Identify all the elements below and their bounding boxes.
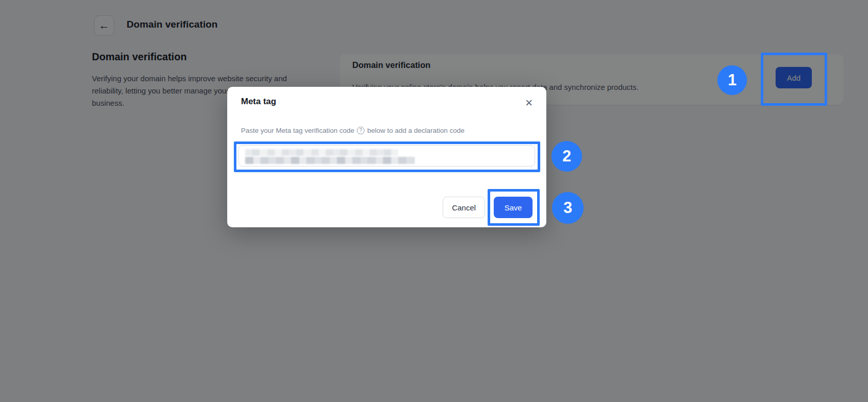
close-button[interactable]: ✕	[522, 96, 536, 109]
screenshot-stage: ← Domain verification Domain verificatio…	[0, 0, 868, 402]
help-icon[interactable]: ?	[357, 127, 365, 134]
helper-text: Paste your Meta tag verification code ? …	[241, 127, 465, 134]
helper-text-after: below to add a declaration code	[367, 127, 465, 134]
cancel-button[interactable]: Cancel	[443, 197, 485, 218]
close-icon: ✕	[525, 97, 533, 109]
step-badge-1: 1	[717, 65, 747, 95]
step-badge-2: 2	[551, 141, 582, 172]
highlight-box-save	[488, 189, 540, 226]
highlight-box-add	[761, 53, 827, 106]
modal-title: Meta tag	[241, 97, 276, 107]
step-badge-3: 3	[552, 192, 584, 224]
helper-text-before: Paste your Meta tag verification code	[241, 127, 354, 134]
highlight-box-input	[234, 141, 540, 172]
